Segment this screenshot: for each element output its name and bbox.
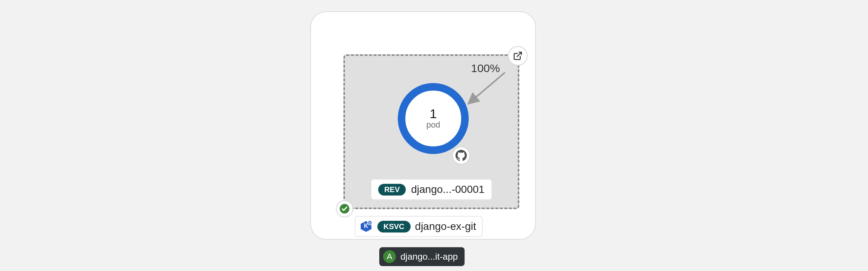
traffic-percent: 100% [471,62,500,75]
source-decorator[interactable] [452,146,470,165]
svg-text:R: R [369,221,371,225]
application-label[interactable]: A django...it-app [379,247,465,266]
application-name: django...it-app [400,251,458,262]
pod-count: 1 [430,107,437,120]
github-icon [456,150,467,161]
revision-label[interactable]: REV django...-00001 [371,179,492,200]
traffic-arrow-icon [464,70,509,108]
status-indicator [336,200,353,217]
pod-label: pod [426,120,440,130]
knative-icon: K R [359,220,373,233]
pod-donut[interactable]: 1 pod [398,83,469,154]
revision-group[interactable]: 100% 1 pod REV django...-00001 [343,54,519,209]
service-name: django-ex-git [415,220,476,233]
external-link-icon [513,51,523,61]
knative-service-card[interactable]: 100% 1 pod REV django...-00001 [310,11,536,240]
service-label[interactable]: K R KSVC django-ex-git [355,216,483,237]
service-kind-tag: KSVC [377,221,411,233]
revision-name: django...-00001 [411,183,485,196]
check-icon [339,203,350,214]
svg-line-0 [517,52,522,57]
revision-kind-tag: REV [378,184,406,196]
route-decorator[interactable] [508,46,528,66]
application-badge: A [383,250,396,263]
svg-line-2 [469,72,505,103]
